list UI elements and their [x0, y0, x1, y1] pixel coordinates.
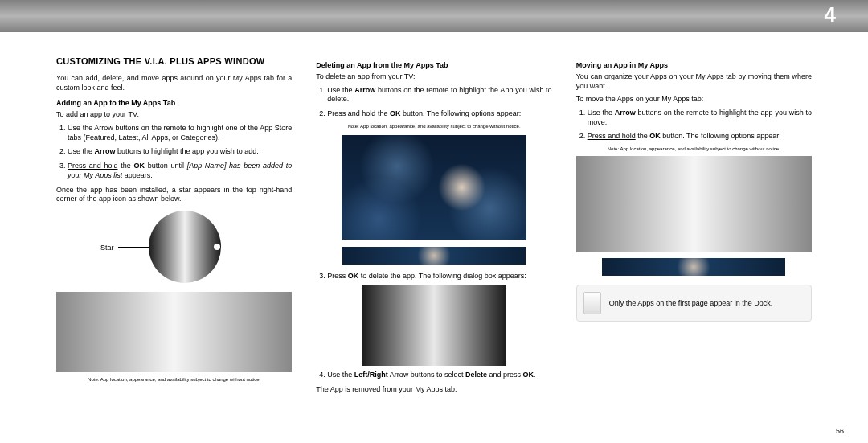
delete-steps-1: Use the Arrow buttons on the remote to h… [316, 86, 551, 119]
star-label: Star [100, 244, 114, 252]
subhead-adding: Adding an App to the My Apps Tab [56, 99, 292, 107]
apps-dock-strip [342, 246, 526, 265]
move-intro: You can organize your Apps on your My Ap… [576, 72, 812, 91]
callout-text: Only the Apps on the first page appear i… [609, 299, 773, 307]
mv-step-2: Press and hold the OK button. The follow… [588, 132, 812, 142]
step-1a: Use the Arrow buttons on the remote to h… [68, 124, 292, 142]
page-content: CUSTOMIZING THE V.I.A. PLUS APPS WINDOW … [56, 56, 812, 419]
steps-list: Use the Arrow buttons on the remote to h… [56, 124, 292, 180]
note-text: Note: App location, appearance, and avai… [56, 377, 292, 382]
delete-end: The App is removed from your My Apps tab… [316, 385, 551, 395]
info-callout: Only the Apps on the first page appear i… [576, 285, 812, 322]
step-1b: Use the Arrow buttons to highlight the a… [68, 147, 292, 157]
del-step-4: Use the Left/Right Arrow buttons to sele… [327, 371, 551, 380]
delete-steps-3: Use the Left/Right Arrow buttons to sele… [316, 371, 551, 380]
intro-text: You can add, delete, and move apps aroun… [56, 74, 292, 92]
move-steps: Use the Arrow buttons on the remote to h… [576, 109, 812, 142]
del-step-3: Press OK to delete the app. The followin… [327, 272, 551, 281]
step-2: Press and hold the OK button until [App … [68, 162, 292, 180]
lead-text: To add an app to your TV: [56, 110, 292, 120]
section-title: CUSTOMIZING THE V.I.A. PLUS APPS WINDOW [56, 56, 292, 66]
star-indicator-dot [214, 244, 220, 250]
after-install-text: Once the app has been installed, a star … [56, 186, 292, 204]
del-step-1: Use the Arrow buttons on the remote to h… [327, 86, 551, 105]
apps-grid-placeholder [56, 292, 292, 372]
delete-steps-2: Press OK to delete the app. The followin… [316, 272, 551, 281]
apps-dock-strip-2 [601, 257, 786, 277]
header-bar: 4 [0, 0, 868, 32]
note-3: Note: App location, appearance, and avai… [576, 146, 812, 151]
app-icon-circle [149, 211, 221, 283]
move-options-placeholder [576, 156, 812, 252]
column-2: Deleting an App from the My Apps Tab To … [316, 56, 551, 419]
column-1: CUSTOMIZING THE V.I.A. PLUS APPS WINDOW … [56, 56, 292, 419]
del-step-2: Press and hold the OK button. The follow… [327, 109, 551, 119]
note-2: Note: App location, appearance, and avai… [316, 124, 551, 129]
mv-step-1: Use the Arrow buttons on the remote to h… [588, 109, 812, 127]
subhead-moving: Moving an App in My Apps [576, 61, 812, 69]
column-3: Moving an App in My Apps You can organiz… [576, 56, 812, 419]
subhead-deleting: Deleting an App from the My Apps Tab [316, 61, 551, 69]
chapter-number: 4 [825, 2, 836, 27]
page-number: 56 [836, 427, 844, 435]
lead-delete: To delete an app from your TV: [316, 72, 551, 82]
document-icon [583, 292, 601, 314]
move-lead: To move the Apps on your My Apps tab: [576, 95, 812, 105]
star-diagram: Star [56, 211, 292, 287]
dialog-box-placeholder [362, 285, 506, 366]
tv-screenshot-options [342, 135, 526, 240]
